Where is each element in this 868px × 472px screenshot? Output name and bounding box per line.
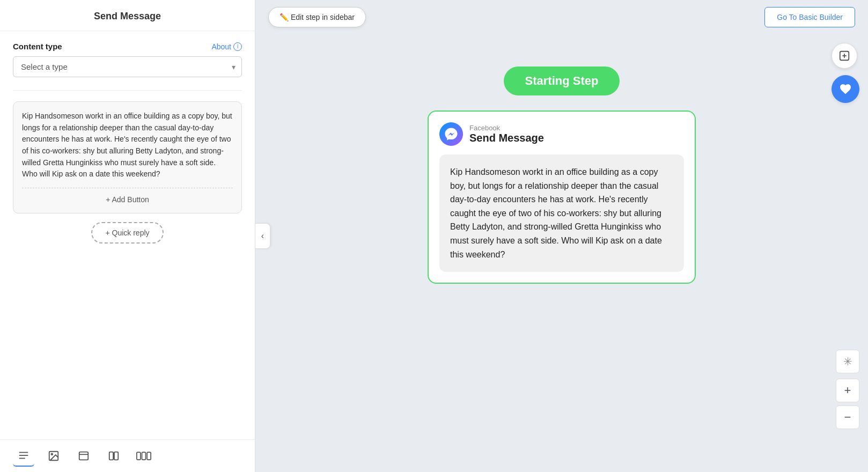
fb-card-header: Facebook Send Message: [439, 122, 684, 146]
zoom-area: ✳ + −: [836, 350, 859, 429]
message-card: Kip Handsomeson workt in an office build…: [13, 101, 242, 213]
main-canvas: ✏️ Edit step in sidebar Go To Basic Buil…: [255, 0, 868, 472]
fb-card-subtitle: Facebook: [469, 124, 544, 132]
svg-rect-7: [109, 452, 113, 460]
svg-rect-8: [114, 452, 118, 460]
add-button-row: + Add Button: [22, 188, 233, 204]
right-controls: [832, 43, 859, 103]
sidebar: Send Message Content type About i Select…: [0, 0, 255, 472]
svg-rect-10: [142, 452, 146, 460]
sidebar-toolbar: [0, 439, 255, 472]
svg-rect-5: [79, 452, 89, 460]
toolbar-card-split-icon[interactable]: [103, 445, 124, 467]
zoom-in-button[interactable]: +: [836, 379, 859, 402]
message-text-content: Kip Handsomeson workt in an office build…: [22, 110, 233, 180]
toolbar-image-icon[interactable]: [43, 445, 64, 467]
content-type-label: Content type: [13, 42, 62, 51]
collapse-sidebar-button[interactable]: ‹: [255, 223, 270, 249]
wand-button[interactable]: ✳: [836, 350, 859, 373]
content-type-row: Content type About i: [13, 42, 242, 51]
top-bar: ✏️ Edit step in sidebar Go To Basic Buil…: [255, 0, 868, 34]
add-button-btn[interactable]: + Add Button: [106, 195, 149, 204]
divider: [13, 90, 242, 91]
svg-rect-11: [147, 452, 151, 460]
starting-step-badge: Starting Step: [504, 67, 620, 95]
content-type-select-wrapper: Select a type ▾: [13, 56, 242, 77]
toolbar-card-multi-icon[interactable]: [133, 445, 155, 467]
sidebar-body: Content type About i Select a type ▾ Kip…: [0, 31, 255, 439]
about-link[interactable]: About i: [211, 42, 242, 51]
toolbar-text-icon[interactable]: [13, 445, 34, 467]
sidebar-header: Send Message: [0, 0, 255, 31]
facebook-send-message-card: Facebook Send Message Kip Handsomeson wo…: [428, 110, 696, 284]
facebook-messenger-icon: [439, 122, 463, 146]
add-node-button[interactable]: [832, 43, 857, 69]
fb-card-title: Send Message: [469, 132, 544, 144]
fb-card-title-group: Facebook Send Message: [469, 124, 544, 144]
edit-step-button[interactable]: ✏️ Edit step in sidebar: [268, 7, 366, 27]
go-basic-builder-button[interactable]: Go To Basic Builder: [764, 7, 855, 27]
fb-message-text: Kip Handsomeson workt in an office build…: [450, 165, 673, 261]
quick-reply-button[interactable]: + Quick reply: [91, 222, 163, 244]
canvas-content: Starting Step Facebook Send Message Kip …: [255, 34, 868, 472]
sidebar-title: Send Message: [94, 11, 161, 21]
content-type-select[interactable]: Select a type: [13, 56, 242, 77]
info-icon: i: [233, 42, 242, 51]
svg-point-4: [51, 453, 53, 455]
svg-rect-9: [137, 452, 141, 460]
toolbar-card-icon[interactable]: [73, 445, 94, 467]
zoom-out-button[interactable]: −: [836, 405, 859, 429]
fb-message-bubble: Kip Handsomeson workt in an office build…: [439, 154, 684, 272]
heart-button[interactable]: [832, 75, 859, 103]
